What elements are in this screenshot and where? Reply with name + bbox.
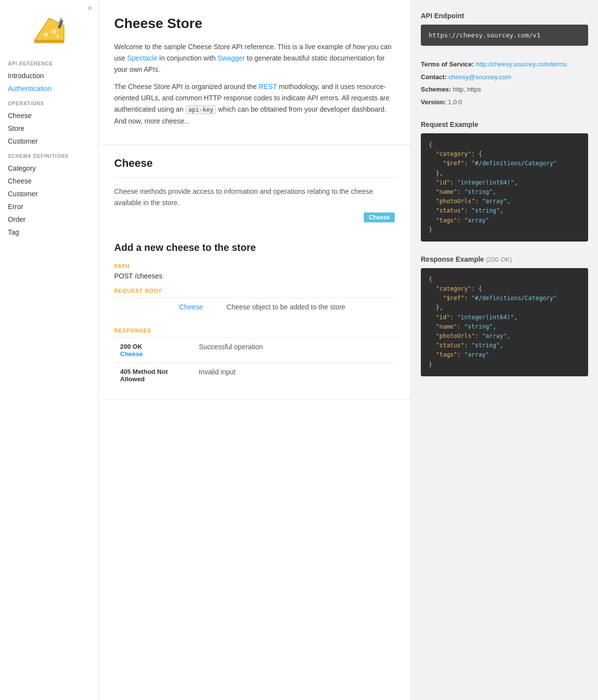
meta-info-section: Terms of Service: http://cheesy.sourcey.… bbox=[421, 60, 588, 107]
operation-title: Add a new cheese to the store bbox=[114, 242, 395, 253]
close-button[interactable]: × bbox=[88, 4, 92, 13]
request-body-table: Cheese Cheese object to be added to the … bbox=[114, 298, 395, 316]
doc-area: Cheese Store Welcome to the sample Chees… bbox=[98, 0, 411, 700]
response-example-label: Response Example (200 OK) bbox=[421, 255, 588, 263]
svg-point-4 bbox=[56, 35, 59, 38]
svg-point-3 bbox=[44, 32, 48, 36]
endpoint-value: https://cheesy.sourcey.com/v1 bbox=[421, 25, 588, 46]
terms-row: Terms of Service: http://cheesy.sourcey.… bbox=[421, 60, 588, 69]
sidebar-item-tag[interactable]: Tag bbox=[0, 226, 98, 239]
intro-paragraph-2: The Cheese Store API is organized around… bbox=[114, 81, 395, 126]
right-panel: API Endpoint https://cheesy.sourcey.com/… bbox=[411, 0, 598, 700]
request-example-section: Request Example { "category": { "$ref": … bbox=[421, 121, 588, 242]
contact-row: Contact: cheesy@sourcey.com bbox=[421, 72, 588, 82]
table-row: 405 Method Not Allowed Invalid input bbox=[114, 363, 395, 388]
cheese-section-desc: Cheese methods provide access to informa… bbox=[114, 178, 395, 213]
req-param-cell bbox=[114, 298, 173, 316]
sidebar-item-category[interactable]: Category bbox=[0, 162, 98, 175]
req-desc-cell: Cheese object to be added to the store bbox=[220, 298, 395, 316]
cheese-tag-badge: Cheese bbox=[364, 213, 395, 222]
responses-label: RESPONSES bbox=[114, 328, 395, 334]
swagger-link[interactable]: Swagger bbox=[218, 54, 245, 62]
table-row: Cheese Cheese object to be added to the … bbox=[114, 298, 395, 316]
sidebar-item-introduction[interactable]: Introduction bbox=[0, 69, 98, 82]
resp-code-cell-405: 405 Method Not Allowed bbox=[114, 363, 193, 388]
sidebar-item-cheese-def[interactable]: Cheese bbox=[0, 175, 98, 187]
resp-desc-cell-405: Invalid input bbox=[193, 363, 395, 388]
sidebar-item-error[interactable]: Error bbox=[0, 200, 98, 213]
sidebar-item-authentication[interactable]: Authentication bbox=[0, 82, 98, 95]
rest-link[interactable]: REST bbox=[258, 83, 277, 91]
resp-cheese-link[interactable]: Cheese bbox=[120, 350, 143, 358]
operation-section: Add a new cheese to the store PATH POST … bbox=[98, 230, 410, 400]
cheese-section-wrapper: Cheese Cheese methods provide access to … bbox=[98, 145, 410, 230]
responses-table: 200 OK Cheese Successful operation 405 M… bbox=[114, 337, 395, 388]
resp-code-cell: 200 OK Cheese bbox=[114, 337, 193, 363]
api-reference-label: API REFERENCE bbox=[0, 55, 98, 69]
path-label: PATH bbox=[114, 263, 395, 269]
cheese-section-title: Cheese bbox=[114, 157, 153, 170]
request-body-label: REQUEST BODY bbox=[114, 288, 395, 294]
schemes-row: Schemes: http, https bbox=[421, 85, 588, 94]
response-example-section: Response Example (200 OK) { "category": … bbox=[421, 255, 588, 376]
request-example-label: Request Example bbox=[421, 121, 588, 128]
svg-point-2 bbox=[52, 29, 57, 34]
request-code-block: { "category": { "$ref": "#/definitions/C… bbox=[421, 133, 588, 242]
api-endpoint-section: API Endpoint https://cheesy.sourcey.com/… bbox=[421, 12, 588, 46]
cheese-param-link[interactable]: Cheese bbox=[179, 303, 203, 311]
main-content: Cheese Store Welcome to the sample Chees… bbox=[98, 0, 598, 700]
schema-definitions-label: SCHEMA DEFINITIONS bbox=[0, 148, 98, 162]
spectacle-link[interactable]: Spectacle bbox=[127, 54, 157, 62]
resp-desc-cell: Successful operation bbox=[193, 337, 395, 363]
operations-label: OPERATIONS bbox=[0, 95, 98, 109]
sidebar-item-customer[interactable]: Customer bbox=[0, 135, 98, 148]
version-row: Version: 1.0.0 bbox=[421, 97, 588, 107]
cheese-logo-icon bbox=[32, 16, 66, 45]
sidebar-item-customer-def[interactable]: Customer bbox=[0, 187, 98, 200]
svg-marker-1 bbox=[34, 40, 64, 43]
intro-section: Cheese Store Welcome to the sample Chees… bbox=[98, 0, 410, 145]
api-key-code: api-key bbox=[186, 105, 217, 114]
intro-paragraph-1: Welcome to the sample Cheese Store API r… bbox=[114, 41, 395, 75]
sidebar-item-order[interactable]: Order bbox=[0, 213, 98, 226]
req-link-cell: Cheese bbox=[173, 298, 220, 316]
sidebar: × API REFERENCE Introduction Authenticat… bbox=[0, 0, 98, 700]
sidebar-item-cheese[interactable]: Cheese bbox=[0, 109, 98, 122]
response-code-block: { "category": { "$ref": "#/definitions/C… bbox=[421, 268, 588, 376]
cheese-tag-row: Cheese bbox=[114, 213, 395, 230]
response-status: (200 OK) bbox=[486, 256, 512, 263]
table-row: 200 OK Cheese Successful operation bbox=[114, 337, 395, 363]
sidebar-item-store[interactable]: Store bbox=[0, 122, 98, 135]
terms-link[interactable]: http://cheesy.sourcey.com/terms bbox=[476, 61, 567, 68]
logo-area bbox=[0, 8, 98, 55]
contact-email-link[interactable]: cheesy@sourcey.com bbox=[448, 73, 511, 81]
path-value: POST /cheeses bbox=[114, 272, 395, 280]
page-title: Cheese Store bbox=[114, 16, 395, 31]
api-endpoint-label: API Endpoint bbox=[421, 12, 588, 20]
